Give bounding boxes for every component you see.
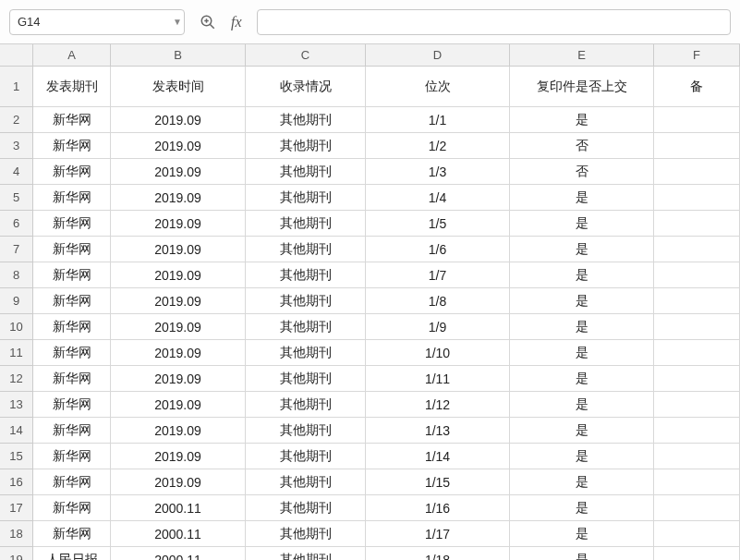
cell-C12[interactable]: 其他期刊: [246, 366, 366, 392]
cell-F2[interactable]: [654, 107, 740, 133]
cell-F10[interactable]: [654, 314, 740, 340]
row-header-1[interactable]: 1: [0, 67, 32, 107]
cell-B19[interactable]: 2000.11: [111, 547, 246, 560]
row-header-13[interactable]: 13: [0, 392, 32, 418]
cell-D13[interactable]: 1/12: [366, 392, 510, 418]
header-cell-B[interactable]: 发表时间: [111, 67, 246, 107]
column-header-E[interactable]: E: [510, 44, 654, 66]
cell-F12[interactable]: [654, 366, 740, 392]
cell-A10[interactable]: 新华网: [33, 314, 111, 340]
column-header-F[interactable]: F: [654, 44, 740, 66]
cell-C6[interactable]: 其他期刊: [246, 211, 366, 237]
cell-D17[interactable]: 1/16: [366, 495, 510, 521]
column-header-C[interactable]: C: [246, 44, 366, 66]
header-cell-C[interactable]: 收录情况: [246, 67, 366, 107]
cell-F9[interactable]: [654, 288, 740, 314]
cell-C4[interactable]: 其他期刊: [246, 159, 366, 185]
cell-E6[interactable]: 是: [510, 211, 654, 237]
formula-input[interactable]: [257, 9, 731, 35]
cell-C14[interactable]: 其他期刊: [246, 418, 366, 444]
cell-A18[interactable]: 新华网: [33, 521, 111, 547]
cell-F17[interactable]: [654, 495, 740, 521]
row-header-9[interactable]: 9: [0, 288, 32, 314]
cell-D8[interactable]: 1/7: [366, 262, 510, 288]
cell-D11[interactable]: 1/10: [366, 340, 510, 366]
row-header-7[interactable]: 7: [0, 237, 32, 262]
row-header-6[interactable]: 6: [0, 211, 32, 237]
row-header-5[interactable]: 5: [0, 185, 32, 211]
row-header-19[interactable]: 19: [0, 547, 32, 560]
cell-F8[interactable]: [654, 262, 740, 288]
cell-E13[interactable]: 是: [510, 392, 654, 418]
cell-B5[interactable]: 2019.09: [111, 185, 246, 211]
cell-E8[interactable]: 是: [510, 262, 654, 288]
cell-D18[interactable]: 1/17: [366, 521, 510, 547]
cell-A6[interactable]: 新华网: [33, 211, 111, 237]
cell-B16[interactable]: 2019.09: [111, 469, 246, 495]
row-header-2[interactable]: 2: [0, 107, 32, 133]
row-header-17[interactable]: 17: [0, 495, 32, 521]
column-header-B[interactable]: B: [111, 44, 246, 66]
cell-E4[interactable]: 否: [510, 159, 654, 185]
cell-D2[interactable]: 1/1: [366, 107, 510, 133]
cell-D3[interactable]: 1/2: [366, 133, 510, 159]
cell-A8[interactable]: 新华网: [33, 262, 111, 288]
cell-F13[interactable]: [654, 392, 740, 418]
cell-A15[interactable]: 新华网: [33, 444, 111, 469]
cell-D19[interactable]: 1/18: [366, 547, 510, 560]
cell-A7[interactable]: 新华网: [33, 237, 111, 262]
cell-E15[interactable]: 是: [510, 444, 654, 469]
row-header-10[interactable]: 10: [0, 314, 32, 340]
cell-E10[interactable]: 是: [510, 314, 654, 340]
cell-C3[interactable]: 其他期刊: [246, 133, 366, 159]
cell-A3[interactable]: 新华网: [33, 133, 111, 159]
cell-A5[interactable]: 新华网: [33, 185, 111, 211]
header-cell-E[interactable]: 复印件是否上交: [510, 67, 654, 107]
cell-reference-input[interactable]: [18, 15, 173, 29]
cell-E9[interactable]: 是: [510, 288, 654, 314]
cell-B3[interactable]: 2019.09: [111, 133, 246, 159]
cell-A11[interactable]: 新华网: [33, 340, 111, 366]
cell-C18[interactable]: 其他期刊: [246, 521, 366, 547]
cell-C17[interactable]: 其他期刊: [246, 495, 366, 521]
cell-F14[interactable]: [654, 418, 740, 444]
cell-E11[interactable]: 是: [510, 340, 654, 366]
cell-B11[interactable]: 2019.09: [111, 340, 246, 366]
header-cell-D[interactable]: 位次: [366, 67, 510, 107]
cell-E18[interactable]: 是: [510, 521, 654, 547]
cell-B2[interactable]: 2019.09: [111, 107, 246, 133]
cell-A13[interactable]: 新华网: [33, 392, 111, 418]
cell-E5[interactable]: 是: [510, 185, 654, 211]
cell-F3[interactable]: [654, 133, 740, 159]
cell-B17[interactable]: 2000.11: [111, 495, 246, 521]
cell-E3[interactable]: 否: [510, 133, 654, 159]
cell-D15[interactable]: 1/14: [366, 444, 510, 469]
cell-F18[interactable]: [654, 521, 740, 547]
cell-E16[interactable]: 是: [510, 469, 654, 495]
cell-C8[interactable]: 其他期刊: [246, 262, 366, 288]
cell-F7[interactable]: [654, 237, 740, 262]
cells-area[interactable]: 发表期刊发表时间收录情况位次复印件是否上交备新华网2019.09其他期刊1/1是…: [33, 67, 740, 560]
row-header-8[interactable]: 8: [0, 262, 32, 288]
cell-C19[interactable]: 其他期刊: [246, 547, 366, 560]
column-header-A[interactable]: A: [33, 44, 111, 66]
select-all-corner[interactable]: [0, 44, 33, 67]
cell-C7[interactable]: 其他期刊: [246, 237, 366, 262]
cell-E14[interactable]: 是: [510, 418, 654, 444]
row-header-15[interactable]: 15: [0, 444, 32, 469]
cell-reference-dropdown-icon[interactable]: ▼: [173, 17, 182, 27]
header-cell-A[interactable]: 发表期刊: [33, 67, 111, 107]
cell-C13[interactable]: 其他期刊: [246, 392, 366, 418]
row-header-12[interactable]: 12: [0, 366, 32, 392]
cell-E7[interactable]: 是: [510, 237, 654, 262]
cell-B14[interactable]: 2019.09: [111, 418, 246, 444]
cell-A16[interactable]: 新华网: [33, 469, 111, 495]
row-header-4[interactable]: 4: [0, 159, 32, 185]
cell-C2[interactable]: 其他期刊: [246, 107, 366, 133]
row-header-11[interactable]: 11: [0, 340, 32, 366]
cell-A12[interactable]: 新华网: [33, 366, 111, 392]
cell-F15[interactable]: [654, 444, 740, 469]
cell-D12[interactable]: 1/11: [366, 366, 510, 392]
cell-D7[interactable]: 1/6: [366, 237, 510, 262]
fx-label[interactable]: fx: [231, 14, 242, 30]
